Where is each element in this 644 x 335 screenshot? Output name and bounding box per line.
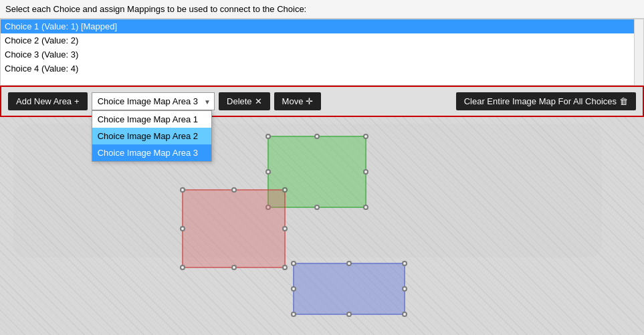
choice-item-3[interactable]: Choice 3 (Value: 3) xyxy=(1,47,643,62)
scrollbar[interactable] xyxy=(634,19,643,85)
delete-button[interactable]: Delete xyxy=(219,92,270,110)
handle-bm-blue[interactable] xyxy=(346,312,352,317)
handle-br-green[interactable] xyxy=(363,205,368,210)
chevron-down-icon: ▼ xyxy=(204,98,211,105)
handle-tr-blue[interactable] xyxy=(402,261,407,266)
handle-lm-red[interactable] xyxy=(180,226,185,231)
add-new-area-button[interactable]: Add New Area xyxy=(8,92,88,110)
delete-icon xyxy=(255,96,262,106)
handle-tl-green[interactable] xyxy=(265,134,271,139)
trash-icon xyxy=(619,96,628,106)
handle-tl-red[interactable] xyxy=(180,187,185,193)
handle-tm-green[interactable] xyxy=(314,134,320,139)
handle-br-blue[interactable] xyxy=(402,312,407,317)
handle-lm-blue[interactable] xyxy=(291,286,296,292)
handle-lm-green[interactable] xyxy=(265,169,271,175)
choice-item-4[interactable]: Choice 4 (Value: 4) xyxy=(1,62,643,76)
map-region-red[interactable] xyxy=(182,189,286,268)
instruction-text: Select each Choice and assign Mappings t… xyxy=(5,4,306,14)
move-icon xyxy=(306,96,313,106)
dropdown-option-2[interactable]: Choice Image Map Area 2 xyxy=(92,128,211,144)
choice-item-2[interactable]: Choice 2 (Value: 2) xyxy=(1,33,643,47)
handle-bm-red[interactable] xyxy=(231,265,237,270)
choice-item-1[interactable]: Choice 1 (Value: 1) [Mapped] xyxy=(1,19,643,33)
instruction-bar: Select each Choice and assign Mappings t… xyxy=(0,0,644,19)
handle-rm-red[interactable] xyxy=(282,226,288,231)
handle-tm-red[interactable] xyxy=(231,187,237,193)
handle-bl-blue[interactable] xyxy=(291,312,296,317)
toolbar: Add New Area Choice Image Map Area 3 ▼ C… xyxy=(0,86,644,117)
dropdown-option-1[interactable]: Choice Image Map Area 1 xyxy=(92,111,211,128)
map-region-blue[interactable] xyxy=(293,263,405,315)
area-dropdown-menu[interactable]: Choice Image Map Area 1 Choice Image Map… xyxy=(92,110,212,162)
handle-tr-green[interactable] xyxy=(363,134,368,139)
move-button[interactable]: Move xyxy=(274,92,322,110)
choice-list[interactable]: Choice 1 (Value: 1) [Mapped] Choice 2 (V… xyxy=(0,19,644,86)
area-dropdown[interactable]: Choice Image Map Area 3 ▼ xyxy=(92,92,215,110)
clear-all-button[interactable]: Clear Entire Image Map For All Choices xyxy=(456,92,636,110)
handle-bl-red[interactable] xyxy=(180,265,185,270)
dropdown-option-3[interactable]: Choice Image Map Area 3 xyxy=(92,144,211,161)
area-dropdown-wrapper[interactable]: Choice Image Map Area 3 ▼ Choice Image M… xyxy=(92,92,215,110)
handle-tl-blue[interactable] xyxy=(291,261,296,266)
handle-rm-green[interactable] xyxy=(363,169,368,175)
handle-tr-red[interactable] xyxy=(282,187,288,193)
handle-rm-blue[interactable] xyxy=(402,286,407,292)
app-container: Select each Choice and assign Mappings t… xyxy=(0,0,644,335)
add-icon xyxy=(74,96,80,106)
handle-tm-blue[interactable] xyxy=(346,261,352,266)
handle-bm-green[interactable] xyxy=(314,205,320,210)
handle-br-red[interactable] xyxy=(282,265,288,270)
